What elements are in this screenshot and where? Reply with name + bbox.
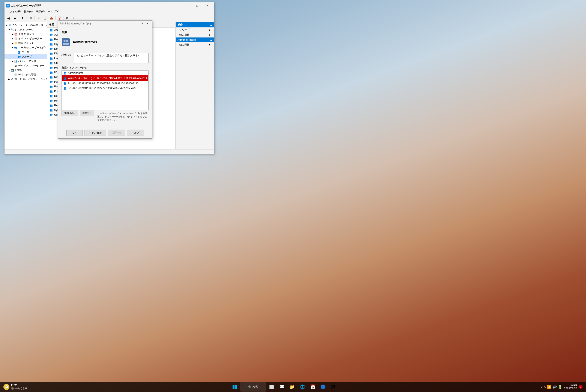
- volume-icon[interactable]: 🔊: [552, 385, 557, 389]
- properties-button[interactable]: 📋: [42, 15, 48, 21]
- tree-item-disk-management[interactable]: 💿 ディスクの管理: [5, 72, 47, 77]
- remove-member-button[interactable]: 削除(R): [80, 110, 94, 116]
- teams-button[interactable]: 💬: [277, 382, 287, 392]
- group-event-log-icon: 👥: [49, 56, 53, 60]
- groups-toggle[interactable]: [15, 56, 17, 58]
- shared-folders-toggle[interactable]: ▶: [11, 42, 14, 44]
- tree-item-device-manager[interactable]: 🖥 デバイス マネージャー: [5, 64, 47, 68]
- dialog-help-btn[interactable]: ヘルプ: [127, 130, 144, 136]
- services-toggle[interactable]: ▶: [8, 78, 11, 80]
- tree-item-groups[interactable]: 👥 グループ: [5, 54, 47, 59]
- ops-title-main[interactable]: 操作 ▲: [176, 22, 214, 28]
- dialog-apply-button[interactable]: 適用(A): [108, 130, 125, 136]
- dialog-cancel-button[interactable]: キャンセル: [84, 130, 106, 136]
- task-scheduler-toggle[interactable]: ▶: [11, 33, 14, 36]
- group-power-icon: 👥: [49, 90, 53, 93]
- start-button[interactable]: [230, 382, 239, 392]
- menu-action[interactable]: 操作(A): [22, 9, 34, 14]
- disk-management-label: ディスクの管理: [18, 73, 36, 76]
- ops-group-more-text: 他の操作: [179, 33, 190, 37]
- weather-desc: 晴れのちくもり: [11, 387, 27, 390]
- edge-button[interactable]: 🌐: [298, 382, 307, 392]
- storage-toggle[interactable]: ▼: [8, 69, 11, 72]
- system-tools-toggle[interactable]: ▼: [8, 28, 11, 31]
- tree-item-local-users[interactable]: ▼ 👥 ローカル ユーザーとグループ: [5, 46, 47, 50]
- dialog-desc-row: 説明(E): コンピューター/ドメインに完全なアクセス権があります。: [62, 53, 149, 64]
- tree-item-task-scheduler[interactable]: ▶ ⏰ タスク スケジューラ: [5, 32, 47, 36]
- tree-item-system-tools[interactable]: ▼ 🔧 システム ツール: [5, 28, 47, 32]
- svg-point-1: [64, 40, 66, 42]
- group-users-icon: 👥: [49, 113, 53, 116]
- clock-area[interactable]: 12:36 2023/02/20: [564, 384, 577, 390]
- calendar-button[interactable]: 📅: [308, 382, 317, 392]
- member-item-administrator[interactable]: 👤 Administrator: [62, 71, 148, 76]
- tree-root[interactable]: ▼ 🖥 コンピューターの管理（ローカル）: [5, 23, 47, 28]
- tree-item-storage[interactable]: ▼ 💾 記憶域: [5, 68, 47, 72]
- tree-item-services[interactable]: ▶ ⚙ サービスとアプリケーション: [5, 77, 47, 82]
- delete-button[interactable]: ✕: [36, 15, 42, 21]
- member-item-sid1[interactable]: 👤 S-1-12-1-2283237188-1157260272-3168999…: [62, 81, 148, 86]
- back-button[interactable]: ◀: [5, 15, 11, 21]
- shared-folders-icon: 📁: [14, 42, 17, 45]
- taskview-button[interactable]: ⬜: [267, 382, 276, 392]
- dialog-title-bar: Administratorsのプロパティ ? ✕: [58, 20, 152, 27]
- member-item-azuread[interactable]: 👤 AzureAD¥山田花子 (S-1-12-1-2965718344-1237…: [62, 76, 148, 81]
- tree-item-performance[interactable]: ▶ 📊 パフォーマンス: [5, 59, 47, 64]
- up-button[interactable]: ⬆: [20, 15, 26, 21]
- ops-group-label[interactable]: グループ ▶: [176, 28, 214, 32]
- add-member-button[interactable]: 追加(D)...: [62, 110, 78, 116]
- tree-item-users[interactable]: 👤 ユーザー: [5, 50, 47, 54]
- local-users-toggle[interactable]: ▼: [11, 46, 14, 49]
- chrome-button[interactable]: 🔵: [318, 382, 328, 392]
- show-hide-button[interactable]: 🖥: [28, 15, 34, 21]
- close-button[interactable]: ✕: [203, 2, 212, 9]
- shared-folders-label: 共有フォルダー: [18, 41, 36, 45]
- menu-view[interactable]: 表示(V): [34, 9, 46, 14]
- ops-title-admins[interactable]: Administrators ▲: [176, 38, 214, 42]
- photos-button[interactable]: 🖼: [329, 382, 338, 392]
- tree-item-shared-folders[interactable]: ▶ 📁 共有フォルダー: [5, 41, 47, 46]
- search-button[interactable]: 🔍 検索: [240, 382, 266, 392]
- forward-button[interactable]: ▶: [12, 15, 18, 21]
- ops-admins-more[interactable]: 他の操作 ▶: [176, 42, 214, 47]
- dialog-desc-box[interactable]: コンピューター/ドメインに完全なアクセス権があります。: [74, 53, 149, 64]
- ops-group-more[interactable]: 他の操作 ▶: [176, 32, 214, 37]
- member-sid2-name: S-1-12-1-782134192-1213022727-3386479504…: [68, 87, 136, 90]
- disk-management-toggle[interactable]: [11, 74, 14, 76]
- maximize-button[interactable]: □: [192, 2, 202, 9]
- menu-help[interactable]: ヘルプ(H): [46, 9, 61, 14]
- tree-root-toggle[interactable]: ▼: [5, 24, 8, 26]
- file-explorer-button[interactable]: 📁: [287, 382, 297, 392]
- dialog-close-button[interactable]: ✕: [145, 21, 150, 26]
- weather-details: 11℃ 晴れのちくもり: [11, 384, 27, 390]
- weather-widget[interactable]: 🌤 11℃ 晴れのちくもり: [4, 384, 27, 390]
- members-list[interactable]: 👤 Administrator 👤 AzureAD¥山田花子 (S-1-12-1…: [62, 70, 149, 110]
- device-manager-icon: 🖥: [14, 64, 17, 68]
- tray-chevron[interactable]: ∧: [541, 386, 542, 388]
- users-icon: 👤: [17, 50, 21, 54]
- services-icon: ⚙: [11, 78, 14, 81]
- wifi-icon[interactable]: 📶: [547, 385, 551, 389]
- minimize-button[interactable]: ─: [182, 2, 192, 9]
- clock-date: 2023/02/20: [564, 387, 577, 390]
- tree-item-event-viewer[interactable]: ▶ 📋 イベント ビューアー: [5, 36, 47, 41]
- menu-file[interactable]: ファイル(F): [5, 9, 22, 14]
- performance-toggle[interactable]: ▶: [11, 60, 14, 62]
- ops-admins-more-arrow: ▶: [209, 44, 211, 46]
- event-viewer-toggle[interactable]: ▶: [11, 38, 14, 40]
- battery-icon[interactable]: 🔋: [558, 385, 562, 389]
- font-size-icon[interactable]: A: [544, 385, 546, 388]
- export-button[interactable]: 📤: [49, 15, 55, 21]
- ops-panel: 操作 ▲ グループ ▶ 他の操作 ▶ Administrators ▲: [176, 22, 214, 149]
- group-perf1-icon: 👥: [49, 80, 53, 84]
- notification-badge[interactable]: 5: [579, 385, 582, 389]
- device-manager-toggle[interactable]: [11, 64, 14, 67]
- member-sid1-name: S-1-12-1-2283237188-1157260272-316899932…: [68, 82, 139, 85]
- dialog-ok-button[interactable]: OK: [67, 130, 83, 136]
- member-item-sid2[interactable]: 👤 S-1-12-1-782134192-1213022727-33864795…: [62, 86, 148, 90]
- dialog-help-button[interactable]: ?: [140, 21, 145, 26]
- dialog-note: ユーザーのグループ メンバーシップに対する変更は、そのユーザーが次にログオンする…: [97, 112, 149, 122]
- users-toggle[interactable]: [15, 51, 17, 54]
- dialog-group-name: Administrators: [73, 40, 97, 44]
- toolbar-separator-3: [35, 16, 35, 20]
